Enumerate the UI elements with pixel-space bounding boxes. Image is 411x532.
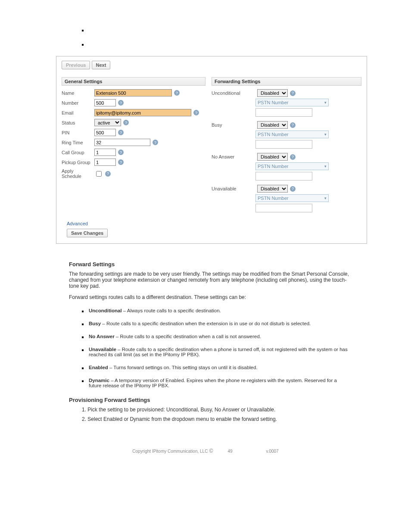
- ring-time-field[interactable]: [94, 139, 150, 146]
- pstn-number-dropdown[interactable]: PSTN Number▾: [255, 162, 329, 170]
- unconditional-label: Unconditional: [212, 90, 257, 96]
- pstn-number-label: PSTN Number: [258, 164, 289, 169]
- pickup-group-field[interactable]: [94, 159, 116, 166]
- help-icon[interactable]: [174, 90, 180, 96]
- name-field[interactable]: [94, 89, 172, 96]
- help-icon[interactable]: [290, 122, 296, 128]
- footer-version: v.0007: [266, 449, 278, 454]
- settings-panel: Previous Next General Settings Name Numb…: [56, 56, 367, 244]
- forward-settings-lead: Forward settings routes calls to a diffe…: [69, 294, 349, 300]
- list-item: Dynamic – A temporary version of Enabled…: [82, 378, 349, 388]
- help-icon[interactable]: [118, 130, 124, 135]
- help-icon[interactable]: [193, 110, 199, 115]
- chevron-down-icon: ▾: [324, 132, 327, 137]
- chevron-down-icon: ▾: [324, 100, 327, 105]
- help-icon[interactable]: [290, 90, 296, 96]
- help-icon[interactable]: [123, 120, 129, 125]
- list-item: No Answer – Route calls to a specific de…: [82, 334, 349, 339]
- general-settings-header: General Settings: [62, 77, 206, 86]
- pstn-number-dropdown[interactable]: PSTN Number▾: [255, 131, 329, 138]
- pstn-number-label: PSTN Number: [258, 100, 289, 105]
- provisioning-step: 2. Select Enabled or Dynamic from the dr…: [82, 416, 349, 422]
- top-bullet-list: [82, 28, 385, 46]
- forwarding-number-field[interactable]: [255, 172, 312, 180]
- apply-schedule-checkbox[interactable]: [96, 171, 102, 177]
- pin-label: PIN: [62, 130, 94, 135]
- help-icon[interactable]: [290, 186, 296, 192]
- status-select[interactable]: active: [94, 119, 121, 126]
- list-item: Unconditional – Always route calls to a …: [82, 308, 349, 313]
- unconditional-select[interactable]: Disabled: [257, 89, 288, 97]
- list-item: Busy – Route calls to a specific destina…: [82, 321, 349, 326]
- pstn-number-label: PSTN Number: [258, 196, 289, 201]
- footer-copyright: Copyright IPitomy Communication, LLC ©: [132, 449, 215, 454]
- call-group-label: Call Group: [62, 150, 94, 155]
- name-label: Name: [62, 90, 94, 96]
- email-label: Email: [62, 110, 94, 115]
- advanced-link[interactable]: Advanced: [67, 221, 88, 226]
- body-content: Forward Settings The forwarding settings…: [69, 261, 349, 422]
- apply-schedule-label: Apply Schedule: [62, 168, 94, 179]
- page-footer: Copyright IPitomy Communication, LLC © 4…: [26, 448, 385, 454]
- forward-settings-heading: Forward Settings: [69, 261, 349, 268]
- bullet-dot: [82, 30, 84, 31]
- forward-settings-intro: The forwarding settings are made to be v…: [69, 271, 349, 289]
- save-changes-button[interactable]: Save Changes: [67, 229, 108, 237]
- unavailable-label: Unavailable: [212, 186, 257, 191]
- pin-field[interactable]: [94, 129, 116, 136]
- help-icon[interactable]: [118, 159, 124, 165]
- pstn-number-label: PSTN Number: [258, 132, 289, 137]
- chevron-down-icon: ▾: [324, 196, 327, 200]
- footer-page: 49: [227, 449, 232, 454]
- status-label: Status: [62, 120, 94, 125]
- busy-label: Busy: [212, 122, 257, 128]
- pstn-number-dropdown[interactable]: PSTN Number▾: [255, 194, 329, 202]
- unavailable-select[interactable]: Disabled: [257, 185, 288, 193]
- forwarding-number-field[interactable]: [255, 140, 312, 149]
- ring-time-label: Ring Time: [62, 140, 94, 145]
- call-group-field[interactable]: [94, 149, 116, 156]
- help-icon[interactable]: [118, 100, 124, 106]
- help-icon[interactable]: [105, 171, 111, 177]
- forwarding-number-field[interactable]: [255, 204, 312, 212]
- help-icon[interactable]: [118, 149, 124, 155]
- busy-select[interactable]: Disabled: [257, 121, 288, 129]
- previous-button: Previous: [62, 61, 90, 69]
- no-answer-select[interactable]: Disabled: [257, 153, 288, 161]
- pstn-number-dropdown[interactable]: PSTN Number▾: [255, 99, 329, 106]
- help-icon[interactable]: [290, 154, 296, 160]
- provisioning-heading: Provisioning Forward Settings: [69, 397, 349, 403]
- number-label: Number: [62, 100, 94, 106]
- provisioning-step: 1. Pick the setting to be provisioned: U…: [82, 407, 349, 413]
- pickup-group-label: Pickup Group: [62, 160, 94, 165]
- chevron-down-icon: ▾: [324, 164, 327, 168]
- list-item: Enabled – Turns forward settings on. Thi…: [82, 365, 349, 370]
- email-field[interactable]: [94, 109, 191, 116]
- next-button[interactable]: Next: [92, 61, 111, 69]
- forwarding-number-field[interactable]: [255, 108, 312, 117]
- number-field[interactable]: [94, 99, 116, 106]
- list-item: Unavailable – Route calls to a specific …: [82, 347, 349, 357]
- help-icon[interactable]: [153, 140, 158, 145]
- bullet-dot: [82, 44, 84, 46]
- no-answer-label: No Answer: [212, 154, 257, 159]
- forwarding-settings-header: Forwarding Settings: [212, 77, 361, 86]
